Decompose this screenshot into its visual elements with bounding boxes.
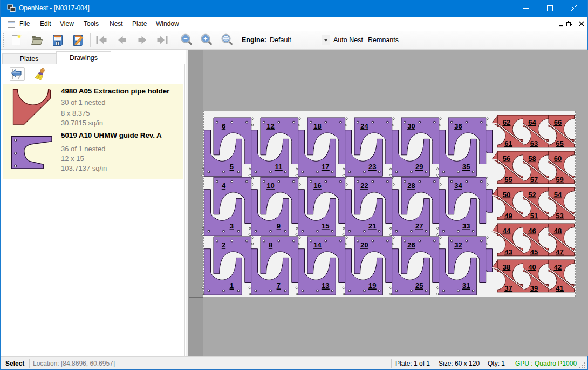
svg-text:53: 53 bbox=[556, 212, 563, 220]
svg-text:39: 39 bbox=[530, 284, 538, 292]
svg-text:21: 21 bbox=[368, 222, 376, 230]
svg-text:42: 42 bbox=[554, 263, 562, 271]
svg-text:24: 24 bbox=[360, 122, 368, 130]
svg-text:14: 14 bbox=[313, 241, 322, 249]
svg-text:37: 37 bbox=[504, 284, 512, 292]
svg-text:10: 10 bbox=[266, 181, 274, 190]
svg-text:59: 59 bbox=[556, 176, 563, 184]
svg-text:52: 52 bbox=[528, 191, 536, 199]
svg-text:7: 7 bbox=[277, 281, 281, 290]
svg-text:47: 47 bbox=[556, 248, 563, 256]
svg-text:26: 26 bbox=[407, 241, 415, 249]
svg-text:34: 34 bbox=[454, 181, 462, 190]
svg-text:13: 13 bbox=[322, 281, 329, 290]
svg-text:63: 63 bbox=[530, 139, 538, 147]
svg-text:65: 65 bbox=[556, 139, 563, 147]
svg-text:6: 6 bbox=[222, 122, 225, 130]
svg-text:64: 64 bbox=[528, 118, 536, 126]
svg-text:33: 33 bbox=[462, 222, 470, 230]
svg-text:50: 50 bbox=[503, 191, 510, 199]
svg-text:5: 5 bbox=[230, 163, 234, 171]
svg-text:20: 20 bbox=[360, 241, 368, 249]
svg-text:54: 54 bbox=[554, 191, 562, 199]
svg-text:51: 51 bbox=[530, 212, 538, 220]
svg-text:17: 17 bbox=[322, 163, 329, 171]
svg-text:48: 48 bbox=[554, 227, 562, 235]
svg-text:4: 4 bbox=[222, 181, 226, 190]
svg-text:9: 9 bbox=[277, 222, 281, 230]
svg-text:43: 43 bbox=[504, 248, 512, 256]
svg-text:31: 31 bbox=[462, 281, 470, 290]
svg-text:56: 56 bbox=[503, 154, 510, 163]
svg-text:36: 36 bbox=[454, 122, 462, 130]
svg-text:18: 18 bbox=[313, 122, 321, 130]
svg-text:35: 35 bbox=[462, 163, 470, 171]
svg-text:12: 12 bbox=[266, 122, 274, 130]
svg-text:57: 57 bbox=[530, 176, 538, 184]
svg-text:62: 62 bbox=[503, 118, 510, 126]
svg-text:11: 11 bbox=[275, 163, 282, 171]
svg-text:29: 29 bbox=[415, 163, 423, 171]
svg-text:1: 1 bbox=[230, 281, 234, 290]
svg-text:8: 8 bbox=[269, 241, 272, 249]
svg-text:3: 3 bbox=[230, 222, 234, 230]
svg-text:44: 44 bbox=[503, 227, 511, 235]
svg-text:38: 38 bbox=[503, 263, 510, 271]
svg-text:27: 27 bbox=[415, 222, 423, 230]
svg-text:25: 25 bbox=[415, 281, 423, 290]
svg-text:49: 49 bbox=[504, 212, 512, 220]
svg-text:46: 46 bbox=[528, 227, 536, 235]
svg-text:22: 22 bbox=[360, 181, 368, 190]
svg-text:41: 41 bbox=[556, 284, 563, 292]
svg-text:61: 61 bbox=[504, 139, 512, 147]
svg-text:16: 16 bbox=[313, 181, 321, 190]
svg-text:23: 23 bbox=[368, 163, 376, 171]
svg-text:40: 40 bbox=[528, 263, 536, 271]
svg-text:28: 28 bbox=[407, 181, 415, 190]
svg-text:32: 32 bbox=[454, 241, 462, 249]
svg-text:60: 60 bbox=[554, 154, 562, 163]
svg-text:19: 19 bbox=[368, 281, 376, 290]
svg-text:30: 30 bbox=[407, 122, 415, 130]
svg-text:58: 58 bbox=[528, 154, 536, 163]
svg-text:55: 55 bbox=[504, 176, 512, 184]
svg-text:66: 66 bbox=[554, 118, 562, 126]
svg-text:15: 15 bbox=[322, 222, 329, 230]
svg-text:2: 2 bbox=[222, 241, 225, 249]
svg-text:45: 45 bbox=[530, 248, 538, 256]
